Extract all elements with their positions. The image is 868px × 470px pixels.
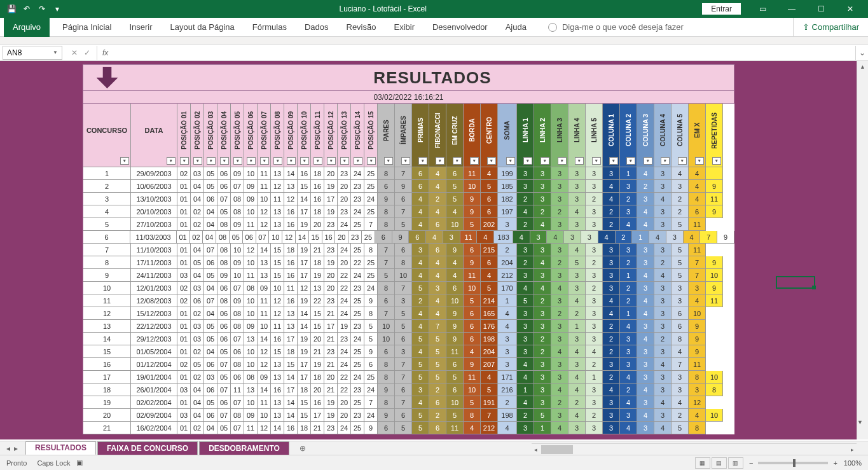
cell[interactable]: 5 xyxy=(395,307,412,320)
header-coluna-3[interactable]: COLUNA 3▾ xyxy=(637,104,654,167)
cell[interactable]: 05 xyxy=(204,333,217,345)
cell[interactable]: 3 xyxy=(517,269,534,282)
cell[interactable]: 7 xyxy=(395,205,412,218)
cell[interactable]: 3 xyxy=(534,320,551,333)
cell[interactable]: 15 xyxy=(298,396,311,409)
cell[interactable]: 7 xyxy=(429,320,446,333)
cell[interactable]: 5 xyxy=(672,256,689,269)
cell[interactable]: 14 xyxy=(298,320,311,333)
filter-icon[interactable]: ▾ xyxy=(453,157,462,165)
close-icon[interactable]: ✕ xyxy=(836,0,864,18)
cell[interactable]: 3 xyxy=(395,294,412,307)
table-row[interactable]: 711/10/200301040708101214151819212324258… xyxy=(83,244,734,256)
cell[interactable]: 3 xyxy=(654,384,672,396)
cell[interactable]: 5 xyxy=(412,358,429,371)
cell[interactable]: 3 xyxy=(498,345,517,358)
filter-icon[interactable]: ▾ xyxy=(695,157,704,165)
cell[interactable]: 9 xyxy=(364,422,378,434)
header-coluna-5[interactable]: COLUNA 5▾ xyxy=(672,104,689,167)
cell[interactable]: 24 xyxy=(338,422,351,434)
cell[interactable]: 4 xyxy=(517,205,534,218)
cell[interactable]: 198 xyxy=(498,409,517,422)
cell[interactable]: 9 xyxy=(706,256,723,269)
cell[interactable]: 4 xyxy=(637,205,654,218)
zoom-out-icon[interactable]: − xyxy=(749,459,753,467)
cell[interactable]: 4 xyxy=(620,320,637,333)
cell[interactable]: 23 xyxy=(351,282,364,294)
cell[interactable]: 2 xyxy=(620,294,637,307)
table-row[interactable]: 1601/12/20040205060708101213151719212425… xyxy=(83,358,734,371)
cell[interactable]: 2 xyxy=(568,307,586,320)
cell[interactable]: 3 xyxy=(586,396,603,409)
cell[interactable]: 02 xyxy=(177,358,191,371)
cell[interactable]: 7 xyxy=(689,256,706,269)
cell[interactable]: 4 xyxy=(446,269,464,282)
cell[interactable]: 21 xyxy=(311,244,324,256)
cell[interactable]: 176 xyxy=(481,320,498,333)
cell[interactable]: 09 xyxy=(231,218,244,231)
table-row[interactable]: 1826/01/20040304060711131416171820212223… xyxy=(83,384,734,396)
cell[interactable]: 4 xyxy=(568,409,586,422)
cell[interactable]: 5 xyxy=(446,180,464,193)
cell[interactable]: 13 xyxy=(284,320,298,333)
cell[interactable]: 09 xyxy=(258,371,271,384)
cell[interactable]: 11 xyxy=(83,294,131,307)
cell[interactable]: 2 xyxy=(616,231,633,244)
header-concurso[interactable]: CONCURSO▾ xyxy=(83,104,131,167)
filter-icon[interactable]: ▾ xyxy=(626,157,635,165)
cell[interactable]: 06 xyxy=(204,409,217,422)
cell[interactable]: 4 xyxy=(426,231,443,244)
cell[interactable]: 4 xyxy=(654,358,672,371)
cell[interactable]: 4 xyxy=(654,193,672,205)
cell[interactable]: 23 xyxy=(324,422,338,434)
cell[interactable]: 4 xyxy=(412,307,429,320)
cell[interactable]: 21 xyxy=(324,384,338,396)
cell[interactable]: 3 xyxy=(666,231,684,244)
cell[interactable]: 3 xyxy=(654,218,672,231)
cell[interactable]: 4 xyxy=(586,345,603,358)
cell[interactable]: 4 xyxy=(534,282,551,294)
cell[interactable]: 04 xyxy=(203,231,216,244)
cell[interactable]: 09 xyxy=(231,167,244,180)
cell[interactable]: 15/12/2003 xyxy=(131,307,177,320)
table-row[interactable]: 129/09/200302030506091011131416182023242… xyxy=(83,167,734,180)
cell[interactable]: 08 xyxy=(217,294,231,307)
header-em-x[interactable]: EM X▾ xyxy=(689,104,706,167)
cell[interactable]: 5 xyxy=(464,396,481,409)
cell[interactable]: 3 xyxy=(586,244,603,256)
cell[interactable]: 04 xyxy=(191,409,204,422)
cell[interactable]: 15 xyxy=(309,231,322,244)
filter-icon[interactable]: ▾ xyxy=(541,157,549,165)
cell[interactable]: 4 xyxy=(603,180,620,193)
cell[interactable]: 4 xyxy=(412,218,429,231)
cell[interactable]: 5 xyxy=(412,371,429,384)
cell[interactable]: 14 xyxy=(296,231,309,244)
cell[interactable]: 3 xyxy=(517,320,534,333)
cell[interactable]: 25 xyxy=(364,205,378,218)
cell[interactable]: 05 xyxy=(204,180,217,193)
cell[interactable]: 11 xyxy=(446,422,464,434)
table-row[interactable]: 1719/01/20040102030506080913141718202224… xyxy=(83,371,734,384)
cell[interactable]: 2 xyxy=(586,409,603,422)
tab-inserir[interactable]: Inserir xyxy=(120,18,161,37)
cell[interactable]: 3 xyxy=(443,231,460,244)
cell[interactable]: 10 xyxy=(706,409,723,422)
cell[interactable]: 5 xyxy=(395,218,412,231)
cell[interactable]: 3 xyxy=(637,320,654,333)
cell[interactable]: 06 xyxy=(217,333,231,345)
cell[interactable]: 7 xyxy=(395,358,412,371)
cell[interactable]: 3 xyxy=(551,167,568,180)
cell[interactable]: 12 xyxy=(258,358,271,371)
filter-icon[interactable]: ▾ xyxy=(712,157,721,165)
cell[interactable]: 19 xyxy=(83,396,131,409)
cell[interactable]: 7 xyxy=(83,244,131,256)
cell[interactable]: 6 xyxy=(464,307,481,320)
cell[interactable]: 13 xyxy=(271,396,284,409)
cell[interactable]: 6 xyxy=(429,244,446,256)
cell[interactable]: 15 xyxy=(311,307,324,320)
cell[interactable]: 17 xyxy=(324,320,338,333)
cell[interactable]: 17 xyxy=(284,384,298,396)
cell[interactable]: 5 xyxy=(672,244,689,256)
table-row[interactable]: 210/06/200301040506070911121315161920232… xyxy=(83,180,734,193)
table-row[interactable]: 1322/12/20030103050608091011131415171923… xyxy=(83,320,734,333)
